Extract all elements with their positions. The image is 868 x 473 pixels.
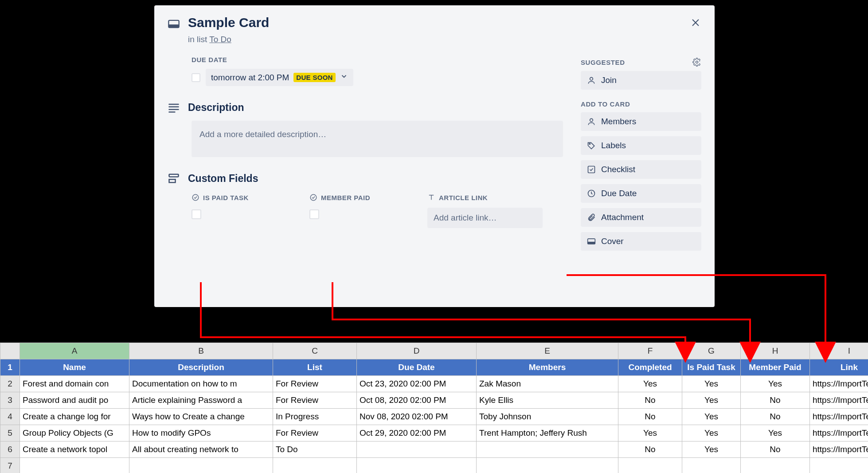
cell[interactable]: https://ImportTe (810, 376, 868, 392)
table-row[interactable]: 5Group Policy Objects (GHow to modify GP… (0, 425, 868, 441)
cell[interactable] (810, 458, 868, 473)
cell[interactable]: Password and audit po (20, 392, 129, 409)
row-number[interactable]: 2 (0, 376, 20, 392)
cell[interactable]: No (741, 409, 810, 425)
cover-button[interactable]: Cover (581, 232, 701, 251)
column-header-F[interactable]: F (618, 343, 682, 359)
column-header-A[interactable]: A (20, 343, 129, 359)
cell[interactable]: How to modify GPOs (129, 425, 273, 441)
table-row[interactable]: 6Create a network topolAll about creatin… (0, 441, 868, 458)
cell[interactable] (477, 458, 618, 473)
column-header-B[interactable]: B (129, 343, 273, 359)
cell[interactable]: Nov 08, 2020 02:00 PM (357, 409, 477, 425)
table-row[interactable]: 3Password and audit poArticle explaining… (0, 392, 868, 409)
cell[interactable]: All about creating network to (129, 441, 273, 458)
column-header-D[interactable]: D (357, 343, 477, 359)
row-number[interactable]: 4 (0, 409, 20, 425)
cf-article-link-input[interactable] (427, 208, 543, 228)
cell[interactable]: https://ImportTe (810, 392, 868, 409)
cell[interactable] (741, 458, 810, 473)
cell[interactable]: Zak Mason (477, 376, 618, 392)
cell[interactable]: Oct 29, 2020 02:00 PM (357, 425, 477, 441)
cell[interactable]: Trent Hampton; Jeffery Rush (477, 425, 618, 441)
row-number[interactable]: 6 (0, 441, 20, 458)
cell[interactable]: Article explaining Password a (129, 392, 273, 409)
row-number[interactable]: 5 (0, 425, 20, 441)
due-date-button-side[interactable]: Due Date (581, 184, 701, 203)
cell[interactable]: Create a change log for (20, 409, 129, 425)
due-complete-checkbox[interactable] (192, 73, 200, 82)
cell[interactable]: No (618, 392, 682, 409)
header-cell[interactable]: Is Paid Task (682, 359, 741, 376)
cell[interactable]: Ways how to Create a change (129, 409, 273, 425)
card-title[interactable]: Sample Card (188, 15, 701, 30)
cell[interactable] (129, 458, 273, 473)
attachment-button[interactable]: Attachment (581, 208, 701, 227)
cell[interactable]: No (618, 409, 682, 425)
column-header-H[interactable]: H (741, 343, 810, 359)
members-button[interactable]: Members (581, 112, 701, 131)
column-header-G[interactable]: G (682, 343, 741, 359)
gear-icon[interactable] (692, 58, 701, 67)
cell[interactable]: Toby Johnson (477, 409, 618, 425)
close-button[interactable] (687, 14, 704, 31)
table-row[interactable]: 7 (0, 458, 868, 473)
cell[interactable] (357, 441, 477, 458)
cell[interactable]: Oct 23, 2020 02:00 PM (357, 376, 477, 392)
card-list-link[interactable]: To Do (209, 35, 231, 44)
cell[interactable]: Kyle Ellis (477, 392, 618, 409)
header-cell[interactable]: Description (129, 359, 273, 376)
column-header-I[interactable]: I (810, 343, 868, 359)
checklist-button[interactable]: Checklist (581, 160, 701, 179)
cell[interactable]: Yes (618, 376, 682, 392)
cell[interactable]: Oct 08, 2020 02:00 PM (357, 392, 477, 409)
cell[interactable]: Yes (682, 376, 741, 392)
row-number[interactable]: 7 (0, 458, 20, 473)
cell[interactable]: For Review (273, 392, 357, 409)
column-header-E[interactable]: E (477, 343, 618, 359)
cell[interactable] (618, 458, 682, 473)
cell[interactable]: Yes (741, 376, 810, 392)
cell[interactable] (357, 458, 477, 473)
cell[interactable]: Yes (682, 392, 741, 409)
select-all-corner[interactable] (0, 343, 20, 359)
labels-button[interactable]: Labels (581, 136, 701, 155)
cell[interactable]: Yes (741, 425, 810, 441)
cell[interactable]: For Review (273, 425, 357, 441)
cell[interactable]: In Progress (273, 409, 357, 425)
due-date-button[interactable]: tomorrow at 2:00 PM DUE SOON (206, 69, 353, 86)
column-header-C[interactable]: C (273, 343, 357, 359)
cell[interactable]: https://ImportTe (810, 425, 868, 441)
cell[interactable]: No (618, 441, 682, 458)
table-row[interactable]: 4Create a change log forWays how to Crea… (0, 409, 868, 425)
cell[interactable]: Yes (682, 425, 741, 441)
cell[interactable]: Forest and domain con (20, 376, 129, 392)
header-cell[interactable]: List (273, 359, 357, 376)
header-cell[interactable]: Name (20, 359, 129, 376)
description-input[interactable]: Add a more detailed description… (192, 121, 563, 157)
cell[interactable]: For Review (273, 376, 357, 392)
cell[interactable] (273, 458, 357, 473)
row-number[interactable]: 1 (0, 359, 20, 376)
cell[interactable]: No (741, 392, 810, 409)
cell[interactable] (477, 441, 618, 458)
header-cell[interactable]: Completed (618, 359, 682, 376)
cell[interactable]: Group Policy Objects (G (20, 425, 129, 441)
cell[interactable]: Yes (682, 409, 741, 425)
join-button[interactable]: Join (581, 71, 701, 90)
sheet-table[interactable]: ABCDEFGHI 1NameDescriptionListDue DateMe… (0, 343, 868, 473)
header-cell[interactable]: Member Paid (741, 359, 810, 376)
header-cell[interactable]: Members (477, 359, 618, 376)
cf-member-paid-checkbox[interactable] (309, 209, 319, 219)
cell[interactable]: To Do (273, 441, 357, 458)
header-cell[interactable]: Link (810, 359, 868, 376)
cell[interactable] (682, 458, 741, 473)
cf-is-paid-task-checkbox[interactable] (192, 209, 201, 219)
cell[interactable]: https://ImportTe (810, 409, 868, 425)
table-row[interactable]: 2Forest and domain conDocumentation on h… (0, 376, 868, 392)
cell[interactable]: Create a network topol (20, 441, 129, 458)
cell[interactable]: Documentation on how to m (129, 376, 273, 392)
cell[interactable]: Yes (682, 441, 741, 458)
cell[interactable]: https://ImportTe (810, 441, 868, 458)
cell[interactable]: No (741, 441, 810, 458)
